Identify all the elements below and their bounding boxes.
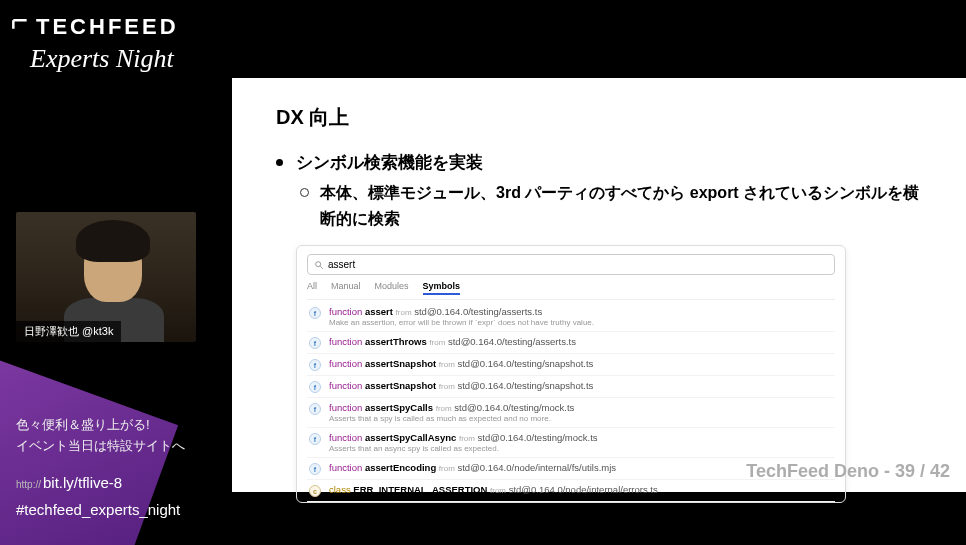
search-result[interactable]: ffunction assertSnapshot from std@0.164.…: [307, 354, 835, 376]
function-badge-icon: f: [309, 433, 321, 445]
function-badge-icon: f: [309, 381, 321, 393]
page-counter: TechFeed Deno - 39 / 42: [746, 461, 950, 482]
brand-name: TECHFEED: [36, 14, 179, 40]
search-result[interactable]: ffunction assertSnapshot from std@0.164.…: [307, 376, 835, 398]
search-icon: [314, 260, 324, 270]
event-hashtag[interactable]: #techfeed_experts_night: [16, 496, 180, 523]
search-tabs: AllManualModulesSymbols: [307, 281, 835, 300]
slide-heading: DX 向上: [276, 104, 922, 131]
bullet-2: 本体、標準モジュール、3rd パーティのすべてから export されているシン…: [276, 180, 922, 231]
promo-line2: イベント当日は特設サイトへ: [16, 436, 185, 457]
tab-manual[interactable]: Manual: [331, 281, 361, 295]
search-input[interactable]: [328, 259, 828, 270]
class-badge-icon: c: [309, 485, 321, 497]
search-result[interactable]: ffunction assert from std@0.164.0/testin…: [307, 302, 835, 332]
search-result[interactable]: ffunction assertThrows from std@0.164.0/…: [307, 332, 835, 354]
promo-line1: 色々便利＆盛り上がる!: [16, 415, 185, 436]
tab-all[interactable]: All: [307, 281, 317, 295]
link-block: http://bit.ly/tflive-8 #techfeed_experts…: [16, 469, 180, 523]
function-badge-icon: f: [309, 359, 321, 371]
tab-symbols[interactable]: Symbols: [423, 281, 461, 295]
bullet-1: シンボル検索機能を実装: [276, 151, 922, 174]
search-result[interactable]: ffunction assertSpyCalls from std@0.164.…: [307, 398, 835, 428]
search-bar[interactable]: [307, 254, 835, 275]
function-badge-icon: f: [309, 307, 321, 319]
search-result[interactable]: ffunction assertSpyCallAsync from std@0.…: [307, 428, 835, 458]
search-result[interactable]: cclass ERR_INTERNAL_ASSERTION from std@0…: [307, 480, 835, 502]
promo-text: 色々便利＆盛り上がる! イベント当日は特設サイトへ: [16, 415, 185, 457]
speaker-webcam: 日野澤歓也 @kt3k: [16, 212, 196, 342]
speaker-name-tag: 日野澤歓也 @kt3k: [16, 321, 121, 342]
event-url[interactable]: http://bit.ly/tflive-8: [16, 469, 180, 496]
tab-modules[interactable]: Modules: [375, 281, 409, 295]
function-badge-icon: f: [309, 337, 321, 349]
svg-point-0: [316, 261, 321, 266]
brand-subtitle: Experts Night: [30, 44, 174, 74]
function-badge-icon: f: [309, 463, 321, 475]
techfeed-mark-icon: [10, 17, 30, 37]
function-badge-icon: f: [309, 403, 321, 415]
svg-line-1: [320, 266, 323, 269]
brand-logo: TECHFEED: [10, 14, 179, 40]
presentation-slide: DX 向上 シンボル検索機能を実装 本体、標準モジュール、3rd パーティのすべ…: [232, 78, 966, 492]
